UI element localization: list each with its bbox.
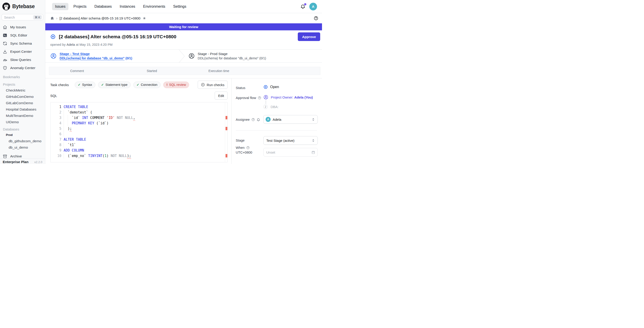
code-line-3: 3`id` INT COMMENT 'ID' NOT NULL, <box>50 115 227 120</box>
brand-name: Bytebase <box>12 4 35 10</box>
main-nav: IssuesProjectsDatabasesInstancesEnvironm… <box>52 3 191 10</box>
sidebar-item-label: Archive <box>10 154 22 158</box>
chevron-updown-icon <box>311 118 315 122</box>
stage-title: Stage - Prod Stage <box>198 52 266 56</box>
run-checks-button[interactable]: Run checks <box>198 81 228 89</box>
environment-label-prod: Prod <box>0 132 45 138</box>
project-item-checkmetric[interactable]: CheckMetric <box>0 87 45 94</box>
check-pills: ✓Syntax✓Statement type✓Connection!SQL re… <box>75 82 189 88</box>
check-mark-icon: ✓ <box>136 83 139 86</box>
issue-status-icon <box>50 34 56 40</box>
sidebar-item-export-center[interactable]: Export Center <box>0 48 45 56</box>
stage-title-link[interactable]: Stage - Test Stage <box>60 52 132 56</box>
bytebase-logo[interactable]: Bytebase <box>0 0 45 13</box>
project-item-gitlabcomdemo[interactable]: GitLabComDemo <box>0 100 45 106</box>
nav-tab-instances[interactable]: Instances <box>117 3 138 10</box>
stage-value: Test Stage (active) <box>266 139 294 142</box>
project-item-multitenantdemo[interactable]: MultiTenantDemo <box>0 112 45 119</box>
nav-tab-settings[interactable]: Settings <box>170 3 189 10</box>
breadcrumb-home-icon[interactable] <box>50 16 54 20</box>
search-input[interactable] <box>4 16 33 19</box>
stage-prod-stage[interactable]: Stage - Prod Stage DDL(schema) for datab… <box>188 50 266 62</box>
bookmarks-section-label: Bookmarks <box>0 74 45 80</box>
task-checks-label: Task checks <box>50 83 69 87</box>
nav-tab-databases[interactable]: Databases <box>92 3 115 10</box>
opened-by-prefix: opened by <box>50 43 66 46</box>
plan-name: Enterprise Plan <box>3 160 28 164</box>
sidebar-item-my-issues[interactable]: My Issues <box>0 23 45 31</box>
bytebase-app: Bytebase ⌘ K My IssuesSQL EditorSync Sch… <box>0 0 322 164</box>
code-line-10: 10(`emp_no` TINYINT(1) NOT NULL); <box>50 153 227 158</box>
home-icon <box>3 25 7 30</box>
stage-task-count: (0/1) <box>259 56 266 60</box>
sql-editor[interactable]: 1CREATE TABLE2`demotest` (3`id` INT COMM… <box>50 102 228 162</box>
check-pill-statement-type[interactable]: ✓Statement type <box>98 82 131 88</box>
assignee-select[interactable]: A Adela <box>263 115 318 124</box>
step-number: 2 <box>263 105 268 109</box>
database-item-db-ui-demo[interactable]: db_ui_demo <box>0 144 45 151</box>
approver-person-icon <box>263 95 268 100</box>
owner-role: Project Owner: <box>271 95 293 99</box>
error-ruler-mark <box>226 127 227 130</box>
stage-person-icon <box>50 53 56 59</box>
sql-code: 1CREATE TABLE2`demotest` (3`id` INT COMM… <box>50 104 227 158</box>
project-item-hospital-databases[interactable]: Hospital Databases <box>0 106 45 112</box>
breadcrumb-issue-label[interactable]: [2 databases] Alter schema @05-15 16:19 … <box>60 16 140 20</box>
column-started: Started <box>105 69 199 73</box>
sidebar-item-sync-schema[interactable]: Sync Schema <box>0 40 45 48</box>
slow-queries-icon <box>3 58 7 62</box>
check-pill-syntax[interactable]: ✓Syntax <box>75 82 95 88</box>
assignee-label: Assignee <box>236 117 260 122</box>
edit-sql-button[interactable]: Edit <box>215 92 228 100</box>
stage-strip: Stage - Test Stage DDL(schema) for datab… <box>45 50 322 62</box>
when-placeholder: Unset <box>266 150 275 154</box>
panel-divider <box>236 130 317 130</box>
projects-section-label: Projects <box>0 82 45 87</box>
stage-task-link[interactable]: DDL(schema) for database "db_ui_demo" <box>60 56 124 60</box>
bookmark-star-icon[interactable] <box>142 16 146 20</box>
approve-button[interactable]: Approve <box>298 32 320 41</box>
stage-select[interactable]: Test Stage (active) <box>263 136 318 145</box>
task-checks-row: Task checks ✓Syntax✓Statement type✓Conne… <box>50 81 228 89</box>
check-pill-connection[interactable]: ✓Connection <box>133 82 160 88</box>
notifications-button[interactable] <box>300 4 306 9</box>
help-icon[interactable] <box>258 96 261 100</box>
owner-name[interactable]: Adela (You) <box>294 95 313 99</box>
stage-person-icon <box>188 53 195 59</box>
search-box[interactable]: ⌘ K <box>2 14 43 20</box>
help-button[interactable] <box>314 16 318 20</box>
sidebar-item-sql-editor[interactable]: SQL Editor <box>0 31 45 40</box>
overview-ruler <box>225 102 225 162</box>
plan-version: v2.2.0 <box>34 160 42 164</box>
check-pill-sql-review[interactable]: !SQL review <box>163 82 189 88</box>
sidebar-item-slow-queries[interactable]: Slow Queries <box>0 56 45 64</box>
issue-author[interactable]: Adela <box>66 43 75 46</box>
assignee-avatar: A <box>266 117 270 122</box>
bytebase-logo-icon <box>2 2 10 11</box>
column-execution-time: Execution time <box>199 69 239 73</box>
sidebar: Bytebase ⌘ K My IssuesSQL EditorSync Sch… <box>0 0 45 164</box>
chevron-updown-icon <box>311 139 315 142</box>
project-item-githubcomdemo[interactable]: GitHubComDemo <box>0 94 45 100</box>
stage-test-stage: Stage - Test Stage DDL(schema) for datab… <box>50 50 132 62</box>
help-icon[interactable] <box>251 118 255 122</box>
when-input[interactable]: Unset <box>263 148 318 156</box>
nav-tab-issues[interactable]: Issues <box>52 3 68 10</box>
check-mark-icon: ✓ <box>101 83 104 86</box>
database-item-db-githubcom-demo[interactable]: db_githubcom_demo <box>0 138 45 144</box>
user-avatar[interactable]: A <box>309 3 317 10</box>
timezone-label: UTC+0800 <box>236 150 252 154</box>
notify-assignee-icon[interactable] <box>256 118 260 122</box>
help-icon[interactable] <box>246 146 250 150</box>
stage-label: Stage <box>236 138 244 143</box>
project-item-uidemo[interactable]: UIDemo <box>0 119 45 125</box>
sync-schema-icon <box>3 41 7 46</box>
column-comment: Comment <box>49 69 105 73</box>
issue-header: [2 databases] Alter schema @05-15 16:19 … <box>50 32 320 42</box>
nav-tab-environments[interactable]: Environments <box>140 3 168 10</box>
approval-step-2: 2 DBA: <box>263 105 278 109</box>
nav-tab-projects[interactable]: Projects <box>70 3 90 10</box>
status-banner: Waiting for review <box>45 23 322 30</box>
sidebar-item-anomaly-center[interactable]: Anomaly Center <box>0 64 45 72</box>
plan-bar: Enterprise Plan v2.2.0 <box>0 158 45 164</box>
